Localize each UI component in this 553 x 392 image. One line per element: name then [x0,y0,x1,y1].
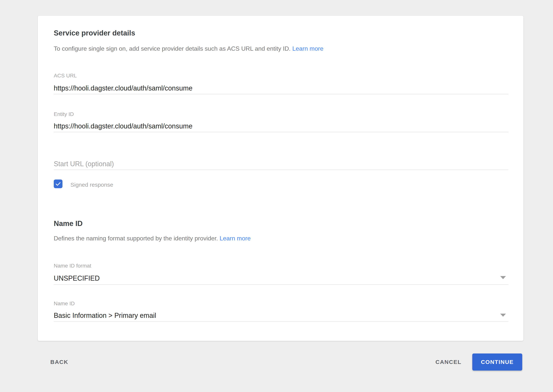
name-id-description-text: Defines the naming format supported by t… [54,235,218,242]
name-id-label: Name ID [54,301,75,307]
chevron-down-icon[interactable] [500,314,506,317]
signed-response-label: Signed response [71,181,113,189]
entity-id-label: Entity ID [54,111,74,117]
signed-response-checkbox[interactable] [54,180,63,188]
acs-url-input[interactable] [54,83,508,94]
acs-url-label: ACS URL [54,73,77,79]
provider-learn-more-link[interactable]: Learn more [292,45,323,52]
provider-description: To configure single sign on, add service… [54,45,323,53]
cancel-button[interactable]: CANCEL [432,357,465,367]
name-id-learn-more-link[interactable]: Learn more [220,235,251,242]
chevron-down-icon[interactable] [500,276,506,279]
back-button[interactable]: BACK [47,357,72,367]
name-id-underline [54,322,508,322]
name-id-description: Defines the naming format supported by t… [54,234,251,242]
sso-config-page: Service provider details To configure si… [0,0,553,392]
checkmark-icon [55,181,61,187]
name-id-format-underline [54,284,508,285]
name-id-section-title: Name ID [54,219,83,228]
entity-id-input[interactable] [54,120,508,132]
card-title: Service provider details [54,29,135,37]
name-id-format-select[interactable]: UNSPECIFIED [54,274,490,282]
service-provider-card: Service provider details To configure si… [38,15,524,341]
provider-description-text: To configure single sign on, add service… [54,45,291,52]
name-id-format-label: Name ID format [54,263,91,269]
name-id-select[interactable]: Basic Information > Primary email [54,311,490,320]
start-url-input[interactable] [54,158,508,170]
continue-button[interactable]: CONTINUE [472,353,522,371]
